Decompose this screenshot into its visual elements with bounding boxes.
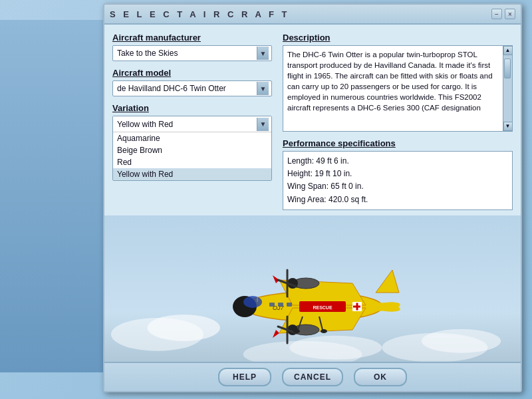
perf-length: Length: 49 ft 6 in.	[287, 155, 508, 168]
model-dropdown-wrapper: de Havilland DHC-6 Twin Otter ▼	[112, 80, 272, 96]
manufacturer-label: Aircraft manufacturer	[112, 33, 272, 43]
title-controls: − ×	[491, 9, 515, 19]
close-button[interactable]: ×	[505, 9, 515, 19]
variation-option-red[interactable]: Red	[113, 156, 271, 168]
ok-button[interactable]: OK	[354, 368, 407, 386]
select-aircraft-dialog: S E L E C T A I R C R A F T − × Aircraft…	[103, 3, 522, 392]
cancel-button[interactable]: CANCEL	[282, 368, 343, 386]
description-box: The DHC-6 Twin Otter is a popular twin-t…	[283, 45, 513, 132]
description-label: Description	[283, 33, 513, 43]
variation-arrow[interactable]: ▼	[257, 118, 269, 131]
variation-option-yellowred[interactable]: Yellow with Red	[113, 168, 271, 180]
minimize-button[interactable]: −	[491, 9, 502, 19]
left-panel	[0, 20, 113, 372]
description-scrollbar: ▲ ▼	[503, 46, 512, 131]
svg-rect-42	[278, 303, 283, 307]
aircraft-svg: RESCUE OJ7	[173, 230, 452, 363]
help-button[interactable]: HELP	[218, 368, 271, 386]
perf-height: Height: 19 ft 10 in.	[287, 168, 508, 180]
svg-point-40	[321, 329, 327, 333]
manufacturer-value: Take to the Skies	[117, 49, 178, 58]
variation-label: Variation	[112, 103, 272, 113]
variation-selected-text: Yellow with Red	[117, 120, 173, 129]
variation-dropdown: Yellow with Red ▼ Aquamarine Beige Brown…	[112, 116, 272, 181]
svg-marker-18	[273, 330, 279, 338]
svg-point-38	[293, 329, 300, 333]
svg-marker-12	[376, 270, 399, 293]
manufacturer-dropdown[interactable]: Take to the Skies ▼	[112, 45, 272, 61]
performance-box: Length: 49 ft 6 in. Height: 19 ft 10 in.…	[283, 151, 513, 210]
model-value: de Havilland DHC-6 Twin Otter	[117, 84, 226, 93]
svg-rect-43	[287, 303, 292, 307]
aircraft-image-area: RESCUE OJ7	[104, 215, 521, 378]
variation-list: Aquamarine Beige Brown Red Yellow with R…	[113, 132, 271, 180]
svg-rect-41	[269, 303, 275, 307]
svg-point-10	[243, 296, 262, 308]
perf-wingspan: Wing Span: 65 ft 0 in.	[287, 180, 508, 193]
variation-selected-item[interactable]: Yellow with Red ▼	[113, 116, 271, 132]
svg-text:RESCUE: RESCUE	[313, 305, 332, 310]
svg-rect-35	[353, 306, 360, 308]
scroll-thumb[interactable]	[504, 59, 511, 78]
model-arrow[interactable]: ▼	[257, 82, 269, 95]
dialog-title: S E L E C T A I R C R A F T	[110, 9, 290, 19]
variation-option-beigebrown[interactable]: Beige Brown	[113, 144, 271, 156]
scroll-down-button[interactable]: ▼	[503, 122, 513, 131]
form-area: Aircraft manufacturer Take to the Skies …	[104, 25, 521, 215]
performance-section: Performance specifications Length: 49 ft…	[283, 138, 513, 210]
manufacturer-dropdown-wrapper: Take to the Skies ▼	[112, 45, 272, 61]
scroll-up-button[interactable]: ▲	[503, 46, 513, 55]
description-text: The DHC-6 Twin Otter is a popular twin-t…	[287, 49, 508, 114]
title-bar: S E L E C T A I R C R A F T − ×	[104, 5, 521, 25]
right-description: Description The DHC-6 Twin Otter is a po…	[283, 33, 513, 210]
manufacturer-arrow[interactable]: ▼	[257, 47, 269, 60]
outer-background: S E L E C T A I R C R A F T − × Aircraft…	[0, 0, 532, 399]
model-label: Aircraft model	[112, 68, 272, 78]
left-form: Aircraft manufacturer Take to the Skies …	[112, 33, 272, 210]
perf-wingarea: Wing Area: 420.0 sq ft.	[287, 194, 508, 206]
scroll-track	[503, 55, 513, 122]
bottom-bar: HELP CANCEL OK	[104, 362, 521, 391]
variation-option-aquamarine[interactable]: Aquamarine	[113, 132, 271, 144]
performance-label: Performance specifications	[283, 138, 513, 148]
model-dropdown[interactable]: de Havilland DHC-6 Twin Otter ▼	[112, 80, 272, 96]
